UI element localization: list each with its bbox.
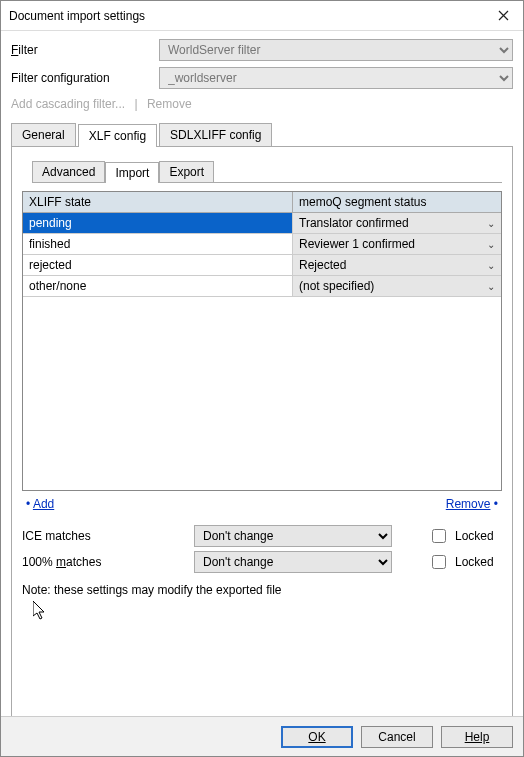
filter-label: Filter [11, 43, 159, 57]
subtab-import[interactable]: Import [105, 162, 159, 183]
grid-remove-link[interactable]: Remove • [446, 497, 498, 511]
add-cascading-filter-link[interactable]: Add cascading filter... [11, 97, 125, 111]
cell-xliff[interactable]: pending [23, 213, 293, 233]
tab-general[interactable]: General [11, 123, 76, 146]
window-title: Document import settings [9, 9, 483, 23]
cell-xliff[interactable]: finished [23, 234, 293, 254]
chevron-down-icon: ⌄ [487, 281, 495, 292]
table-row[interactable]: rejected Rejected⌄ [23, 255, 501, 276]
full-locked-checkbox[interactable] [432, 555, 446, 569]
full-locked-label: Locked [455, 555, 494, 569]
cancel-button[interactable]: Cancel [361, 726, 433, 748]
state-mapping-grid: XLIFF state memoQ segment status pending… [22, 191, 502, 491]
tab-xlf-config[interactable]: XLF config [78, 124, 157, 147]
ice-matches-label: ICE matches [22, 529, 194, 543]
cell-segment-dropdown[interactable]: Rejected⌄ [293, 255, 501, 275]
note-text: Note: these settings may modify the expo… [22, 583, 502, 597]
col-segment-status[interactable]: memoQ segment status [293, 192, 501, 212]
titlebar: Document import settings [1, 1, 523, 31]
cell-xliff[interactable]: other/none [23, 276, 293, 296]
help-button[interactable]: Help [441, 726, 513, 748]
col-xliff-state[interactable]: XLIFF state [23, 192, 293, 212]
grid-add-link[interactable]: • Add [26, 497, 54, 511]
close-icon[interactable] [483, 1, 523, 31]
full-matches-select[interactable]: Don't change [194, 551, 392, 573]
filter-config-select[interactable]: _worldserver [159, 67, 513, 89]
chevron-down-icon: ⌄ [487, 239, 495, 250]
remove-filter-link[interactable]: Remove [147, 97, 192, 111]
filter-config-label: Filter configuration [11, 71, 159, 85]
chevron-down-icon: ⌄ [487, 218, 495, 229]
cell-segment-dropdown[interactable]: (not specified)⌄ [293, 276, 501, 296]
cell-segment-dropdown[interactable]: Translator confirmed⌄ [293, 213, 501, 233]
ice-locked-checkbox[interactable] [432, 529, 446, 543]
cell-xliff[interactable]: rejected [23, 255, 293, 275]
footer: OK Cancel Help [1, 716, 523, 756]
ice-matches-select[interactable]: Don't change [194, 525, 392, 547]
table-row[interactable]: finished Reviewer 1 confirmed⌄ [23, 234, 501, 255]
full-matches-label: 100% matches [22, 555, 194, 569]
filter-select[interactable]: WorldServer filter [159, 39, 513, 61]
table-row[interactable]: pending Translator confirmed⌄ [23, 213, 501, 234]
chevron-down-icon: ⌄ [487, 260, 495, 271]
subtab-advanced[interactable]: Advanced [32, 161, 105, 182]
cell-segment-dropdown[interactable]: Reviewer 1 confirmed⌄ [293, 234, 501, 254]
tab-sdlxliff-config[interactable]: SDLXLIFF config [159, 123, 272, 146]
table-row[interactable]: other/none (not specified)⌄ [23, 276, 501, 297]
subtab-export[interactable]: Export [159, 161, 214, 182]
ok-button[interactable]: OK [281, 726, 353, 748]
ice-locked-label: Locked [455, 529, 494, 543]
